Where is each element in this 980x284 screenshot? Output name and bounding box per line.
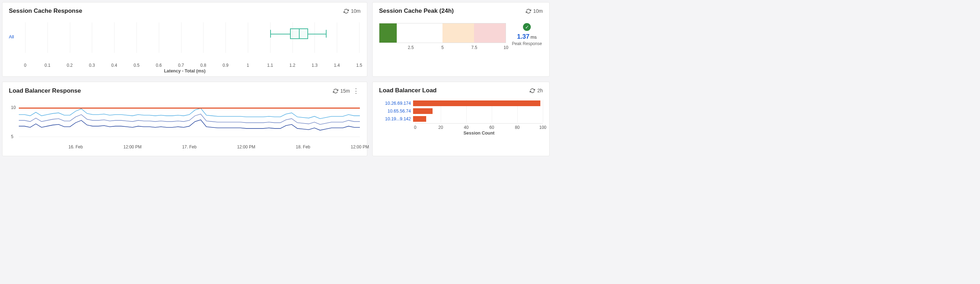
refresh-interval: 15m bbox=[340, 88, 350, 94]
hbar-area: 10.26.69.17410.65.56.7410.19...9.1420204… bbox=[379, 100, 543, 152]
refresh-button[interactable]: 10m bbox=[526, 8, 543, 14]
axis-tick: 0.3 bbox=[89, 63, 95, 68]
panel-lb-response: Load Balancer Response 15m ⋮ 51016. Feb1… bbox=[2, 81, 368, 156]
axis-tick: 16. Feb bbox=[68, 145, 83, 150]
axis-tick: 10 bbox=[503, 45, 508, 50]
axis-tick: 0.5 bbox=[134, 63, 140, 68]
hbar-row: 10.19...9.142 bbox=[379, 115, 543, 123]
axis-tick: 0 bbox=[24, 63, 27, 68]
axis-tick: 12:00 PM bbox=[123, 145, 142, 150]
axis-tick: 0.8 bbox=[200, 63, 206, 68]
refresh-interval: 10m bbox=[351, 8, 361, 14]
axis-tick: 1 bbox=[247, 63, 249, 68]
peak-sublabel: Peak Response bbox=[511, 41, 543, 46]
hbar-label[interactable]: 10.65.56.74 bbox=[379, 108, 413, 113]
refresh-icon bbox=[526, 8, 531, 14]
axis-tick: 40 bbox=[464, 125, 468, 130]
refresh-button[interactable]: 15m bbox=[333, 88, 350, 94]
axis-tick: 0.4 bbox=[111, 63, 117, 68]
panel-lb-load: Load Balancer Load 2h 10.26.69.17410.65.… bbox=[372, 81, 550, 156]
panel-title: Load Balancer Response bbox=[9, 87, 81, 94]
axis-tick: 12:00 PM bbox=[351, 145, 369, 150]
axis-tick: 5 bbox=[441, 45, 444, 50]
axis-tick: 12:00 PM bbox=[237, 145, 255, 150]
axis-tick: 1.1 bbox=[267, 63, 273, 68]
refresh-icon bbox=[333, 88, 338, 94]
axis-tick: 17. Feb bbox=[182, 145, 197, 150]
axis-tick: 20 bbox=[438, 125, 443, 130]
peak-value: 1.37ms bbox=[511, 33, 543, 40]
refresh-icon bbox=[530, 88, 535, 93]
panel-session-cache-peak: Session Cache Peak (24h) 10m 2.557.510 ✓… bbox=[372, 2, 550, 77]
hbar-label[interactable]: 10.19...9.142 bbox=[379, 116, 413, 121]
axis-tick: 5 bbox=[11, 134, 13, 139]
axis-tick: 0.1 bbox=[44, 63, 50, 68]
axis-tick: 18. Feb bbox=[296, 145, 310, 150]
panel-title: Session Cache Response bbox=[9, 8, 82, 14]
refresh-interval: 2h bbox=[537, 88, 543, 93]
panel-menu-button[interactable]: ⋮ bbox=[352, 87, 361, 95]
axis-tick: 100 bbox=[539, 125, 546, 130]
status-ok-icon: ✓ bbox=[523, 23, 531, 31]
panel-title: Session Cache Peak (24h) bbox=[379, 8, 454, 14]
axis-tick: 0.7 bbox=[178, 63, 184, 68]
axis-tick: 1.3 bbox=[312, 63, 318, 68]
axis-tick: 80 bbox=[515, 125, 519, 130]
axis-tick: 10 bbox=[11, 105, 16, 110]
panel-session-cache-response: Session Cache Response 10m All 00.10.20.… bbox=[2, 2, 368, 77]
axis-tick: 0.6 bbox=[156, 63, 162, 68]
axis-tick: 60 bbox=[489, 125, 494, 130]
axis-tick: 1.2 bbox=[289, 63, 295, 68]
refresh-button[interactable]: 10m bbox=[344, 8, 361, 14]
axis-tick: 1.5 bbox=[356, 63, 362, 68]
hbar-row: 10.26.69.174 bbox=[379, 100, 543, 107]
refresh-button[interactable]: 2h bbox=[530, 88, 543, 93]
line-chart-area: 51016. Feb12:00 PM17. Feb12:00 PM18. Feb… bbox=[19, 102, 360, 142]
axis-tick: 0.2 bbox=[67, 63, 73, 68]
axis-tick: 7.5 bbox=[471, 45, 477, 50]
axis-tick: 2.5 bbox=[408, 45, 414, 50]
axis-tick: 1.4 bbox=[334, 63, 340, 68]
hbar-row: 10.65.56.74 bbox=[379, 108, 543, 115]
refresh-interval: 10m bbox=[533, 8, 543, 14]
boxplot-area: 00.10.20.30.40.50.60.70.80.911.11.21.31.… bbox=[25, 22, 359, 61]
axis-label-x: Latency - Total (ms) bbox=[164, 69, 205, 73]
gauge-area: 2.557.510 bbox=[379, 23, 506, 43]
axis-label-x: Session Count bbox=[463, 131, 495, 136]
axis-tick: 0 bbox=[414, 125, 417, 130]
refresh-icon bbox=[344, 8, 349, 14]
axis-tick: 0.9 bbox=[223, 63, 229, 68]
boxplot-category-label[interactable]: All bbox=[9, 34, 14, 39]
panel-title: Load Balancer Load bbox=[379, 87, 436, 94]
hbar-label[interactable]: 10.26.69.174 bbox=[379, 101, 413, 106]
